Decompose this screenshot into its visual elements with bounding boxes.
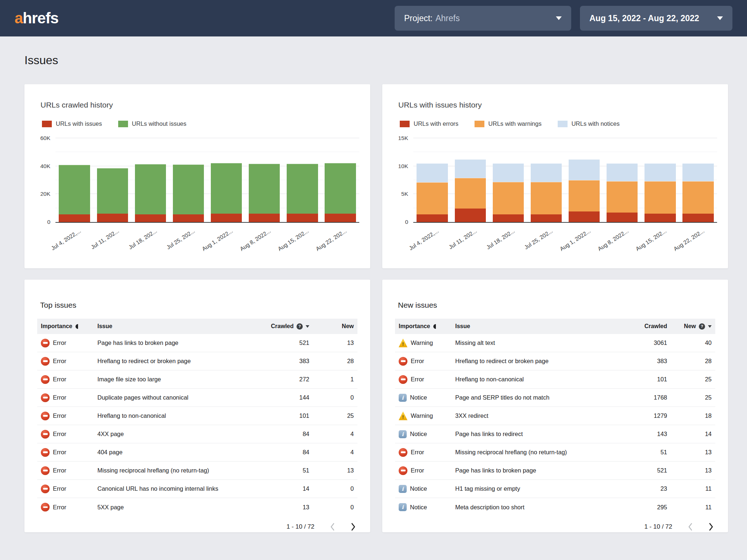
bar-group[interactable] <box>493 138 524 222</box>
issue-cell: Missing alt text <box>455 339 611 346</box>
y-axis-label: 60K <box>26 135 50 141</box>
x-tick-label: Jul 18, 202... <box>485 228 516 250</box>
notice-icon: i <box>399 394 407 402</box>
column-header-new[interactable]: New <box>309 323 354 330</box>
table-row: ErrorCanonical URL has no incoming inter… <box>37 480 357 498</box>
bar-slot <box>208 138 245 222</box>
column-header-issue[interactable]: Issue <box>455 323 611 330</box>
x-tick-label: Aug 8, 2022... <box>597 228 630 252</box>
y-axis-label: 40K <box>26 163 50 170</box>
issue-cell: Hreflang to non-canonical <box>97 412 253 419</box>
pagination-next-button[interactable] <box>351 522 356 531</box>
top-issues-table: Importance Issue Crawled ? New E <box>37 319 357 531</box>
table-row: ErrorHreflang to non-canonical10125 <box>395 370 715 389</box>
new-cell: 25 <box>309 412 354 419</box>
importance-label: Error <box>411 376 424 383</box>
bar-group[interactable] <box>569 138 600 222</box>
importance-label: Error <box>53 504 66 511</box>
icon-glyph <box>43 470 48 471</box>
error-icon <box>41 393 50 402</box>
bar-group[interactable] <box>287 138 318 222</box>
bar-group[interactable] <box>97 138 128 222</box>
bar-group[interactable] <box>249 138 280 222</box>
crawled-cell: 521 <box>611 467 667 474</box>
new-cell: 11 <box>667 485 712 492</box>
bar-segment <box>645 181 676 214</box>
legend-item: URLs with errors <box>400 120 458 127</box>
x-tick-label: Jul 4, 2022,... <box>50 228 82 252</box>
legend-label: URLs with issues <box>56 120 102 127</box>
table-row: ErrorPage has links to broken page52113 <box>37 334 357 352</box>
bar-group[interactable] <box>455 138 486 222</box>
chart-title: URLs with issues history <box>398 101 728 109</box>
bar-slot <box>489 138 527 222</box>
importance-label: Error <box>53 431 66 438</box>
chevron-down-icon <box>717 16 723 20</box>
icon-glyph <box>43 506 48 508</box>
column-header-crawled[interactable]: Crawled ? <box>253 323 309 330</box>
crawled-cell: 383 <box>611 358 667 365</box>
legend-swatch <box>475 121 484 127</box>
bar-group[interactable] <box>607 138 638 222</box>
bar-group[interactable] <box>417 138 448 222</box>
bar-group[interactable] <box>531 138 562 222</box>
new-cell: 4 <box>309 431 354 438</box>
bar-slot <box>55 138 93 222</box>
bar-group[interactable] <box>135 138 166 222</box>
pagination-prev-button[interactable] <box>688 522 693 531</box>
importance-cell: Error <box>41 448 97 457</box>
pagination-prev-button[interactable] <box>330 522 335 531</box>
table-row: iNoticePage has links to redirect14314 <box>395 425 715 443</box>
bar-group[interactable] <box>173 138 204 222</box>
chevron-down-icon <box>556 16 562 20</box>
x-tick-label: Aug 15, 202... <box>635 228 668 252</box>
column-header-issue[interactable]: Issue <box>97 323 253 330</box>
legend-item: URLs with warnings <box>475 120 542 127</box>
half-circle-icon <box>76 324 80 329</box>
bar-segment <box>249 214 280 222</box>
x-tick-label: Jul 18, 202... <box>127 228 158 250</box>
legend-label: URLs with notices <box>572 120 620 127</box>
error-icon <box>41 375 50 384</box>
bar-group[interactable] <box>645 138 676 222</box>
x-tick-label: Jul 11, 202... <box>90 228 120 250</box>
bars-layer <box>55 138 359 222</box>
bar-slot <box>321 138 359 222</box>
bar-group[interactable] <box>682 138 713 222</box>
importance-label: Notice <box>410 431 427 438</box>
bar-segment <box>569 159 600 180</box>
x-tick-label: Aug 8, 2022... <box>239 228 272 252</box>
bar-segment <box>569 211 600 222</box>
importance-label: Notice <box>410 485 427 492</box>
bar-group[interactable] <box>325 138 356 222</box>
x-tick-label: Aug 1, 2022... <box>201 228 234 252</box>
crawled-cell: 84 <box>253 449 309 456</box>
crawled-cell: 23 <box>611 485 667 492</box>
column-header-importance[interactable]: Importance <box>399 323 455 330</box>
bar-slot <box>565 138 603 222</box>
bar-segment <box>135 164 166 214</box>
bar-group[interactable] <box>211 138 242 222</box>
x-tick-label: Jul 4, 2022,... <box>408 228 440 252</box>
legend-swatch <box>558 121 568 127</box>
chart-legend: URLs with issuesURLs without issues <box>42 120 370 127</box>
table-row: ErrorMissing reciprocal hreflang (no ret… <box>395 443 715 462</box>
column-label: Importance <box>41 323 72 330</box>
bar-segment <box>173 164 204 215</box>
importance-label: Error <box>53 412 66 419</box>
column-header-crawled[interactable]: Crawled <box>611 323 667 330</box>
date-range-dropdown[interactable]: Aug 15, 2022 - Aug 22, 2022 <box>580 6 732 31</box>
project-dropdown[interactable]: Project: Ahrefs <box>395 6 571 31</box>
page-title: Issues <box>24 54 728 67</box>
chart-title: URLs crawled history <box>40 101 370 109</box>
error-icon <box>399 466 407 475</box>
help-icon[interactable]: ? <box>699 323 705 330</box>
bar-segment <box>417 214 448 222</box>
pagination-next-button[interactable] <box>708 522 714 531</box>
bar-group[interactable] <box>59 138 90 222</box>
column-header-importance[interactable]: Importance <box>41 323 97 330</box>
help-icon[interactable]: ? <box>297 323 303 330</box>
column-header-new[interactable]: New ? <box>667 323 712 330</box>
page-content: Issues URLs crawled history URLs with is… <box>0 54 747 532</box>
bar-slot <box>603 138 641 222</box>
